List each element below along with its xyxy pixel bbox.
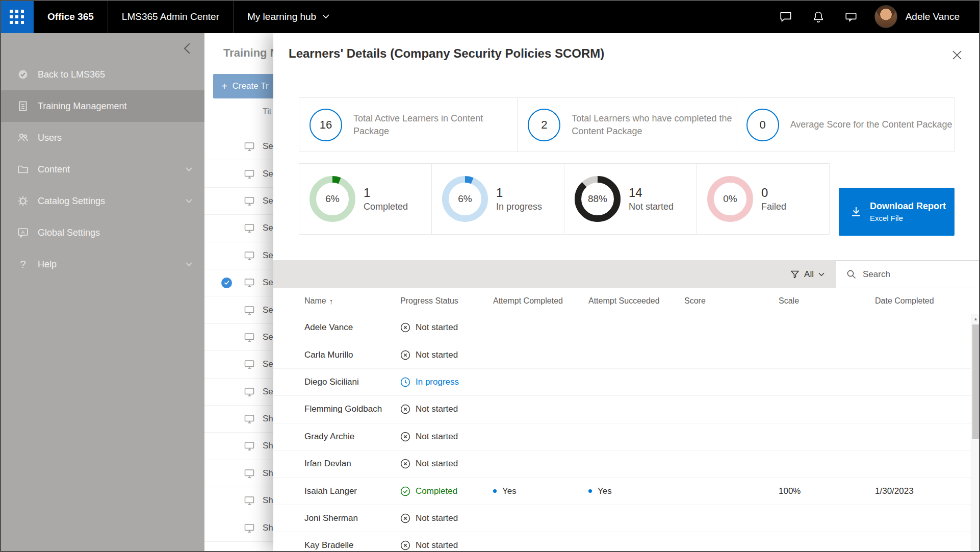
learner-name: Flemming Goldbach — [304, 404, 400, 414]
search-box — [836, 260, 980, 288]
scrollbar-thumb[interactable] — [972, 324, 979, 439]
filter-dropdown-label: All — [804, 269, 814, 280]
progress-status-cell: Not started — [400, 404, 493, 414]
user-name: Adele Vance — [906, 11, 960, 22]
chevron-down-icon — [186, 167, 192, 171]
scale-cell: 100% — [779, 486, 875, 496]
sidebar-item-help[interactable]: ? Help — [0, 248, 204, 280]
notifications-button[interactable] — [802, 0, 835, 33]
chat-button[interactable] — [769, 0, 802, 33]
donut-percent: 6% — [310, 176, 355, 222]
stat-label: Total Learners who have completed the Co… — [572, 112, 735, 137]
monitor-icon — [244, 413, 255, 424]
vertical-scrollbar[interactable]: ▲ — [971, 314, 980, 552]
column-header-date-completed[interactable]: Date Completed — [875, 296, 971, 306]
monitor-icon — [244, 386, 255, 397]
status-text: Not started — [416, 459, 458, 469]
monitor-icon — [244, 141, 255, 152]
progress-status-cell: Not started — [400, 459, 493, 469]
hub-menu[interactable]: My learning hub — [234, 0, 343, 33]
clipboard-icon — [17, 100, 29, 112]
status-text: Not started — [416, 432, 458, 442]
table-row[interactable]: Kay Bradelle Not started — [273, 532, 971, 552]
monitor-icon — [244, 522, 255, 534]
column-header-score[interactable]: Score — [684, 296, 779, 306]
table-row[interactable]: Flemming Goldbach Not started — [273, 396, 971, 423]
learner-name: Joni Sherman — [304, 513, 400, 523]
sort-ascending-icon: ↑ — [329, 297, 333, 306]
download-button-subtitle: Excel File — [870, 214, 946, 222]
attempt-completed-cell: Yes — [493, 486, 588, 496]
stat-value: 2 — [528, 109, 560, 141]
stat-value: 0 — [746, 109, 779, 141]
status-icon — [400, 350, 410, 360]
yes-dot — [493, 489, 497, 493]
progress-status-cell: Completed — [400, 486, 493, 496]
monitor-icon — [244, 277, 255, 288]
table-row[interactable]: Irfan Devlan Not started — [273, 450, 971, 478]
column-header-progress-status[interactable]: Progress Status — [400, 296, 493, 306]
monitor-icon — [244, 468, 255, 479]
table-row[interactable]: Diego Siciliani In progress — [273, 369, 971, 396]
table-row[interactable]: Adele Vance Not started — [273, 314, 971, 341]
sidebar-collapse-button[interactable] — [180, 41, 194, 56]
monitor-icon — [244, 440, 255, 451]
sidebar-item-training-management[interactable]: Training Management — [0, 90, 204, 122]
avatar[interactable] — [874, 5, 897, 28]
close-button[interactable] — [949, 47, 965, 63]
chevron-down-icon — [186, 262, 192, 266]
feedback-button[interactable] — [835, 0, 867, 33]
date-completed-cell: 1/30/2023 — [875, 486, 971, 496]
table-row[interactable]: Grady Archie Not started — [273, 423, 971, 450]
column-header-attempt-succeeded[interactable]: Attempt Succeeded — [588, 296, 684, 306]
monitor-icon — [244, 549, 255, 552]
table-row[interactable]: Isaiah Langer Completed Yes Yes 100% 1/3… — [273, 478, 971, 505]
background-column-header: Tit — [263, 107, 271, 116]
sidebar: Back to LMS365 Training Management Users… — [0, 33, 204, 552]
column-header-name[interactable]: Name ↑ — [304, 296, 400, 306]
learner-name: Kay Bradelle — [304, 540, 400, 550]
column-header-scale[interactable]: Scale — [779, 296, 875, 306]
donut-percent: 6% — [442, 176, 488, 222]
admin-center-link[interactable]: LMS365 Admin Center — [108, 0, 233, 33]
sidebar-item-users[interactable]: Users — [0, 122, 204, 154]
table-row[interactable]: Joni Sherman Not started — [273, 505, 971, 532]
table-row[interactable]: Carla Murillo Not started — [273, 341, 971, 368]
donut-card-completed: 6% 1 Completed — [299, 163, 432, 235]
download-button-title: Download Report — [870, 201, 946, 212]
sidebar-item-catalog-settings[interactable]: Catalog Settings — [0, 185, 204, 217]
sidebar-item-label: Back to LMS365 — [38, 69, 105, 80]
learner-name: Grady Archie — [304, 432, 400, 442]
language-icon: A — [17, 227, 29, 239]
chevron-left-icon — [183, 43, 191, 54]
learner-name: Isaiah Langer — [304, 486, 400, 496]
download-report-button[interactable]: Download Report Excel File — [839, 188, 955, 236]
people-icon — [17, 132, 29, 144]
sidebar-item-content[interactable]: Content — [0, 154, 204, 185]
stat-card-active-learners: 16 Total Active Learners in Content Pack… — [299, 97, 518, 152]
sidebar-item-global-settings[interactable]: A Global Settings — [0, 217, 204, 248]
office-365-link[interactable]: Office 365 — [34, 0, 108, 33]
gear-icon — [17, 195, 29, 207]
status-text: In progress — [416, 377, 459, 387]
status-text: Not started — [416, 540, 458, 550]
column-header-attempt-completed[interactable]: Attempt Completed — [493, 296, 588, 306]
donut-label: Not started — [629, 202, 674, 212]
plus-icon: + — [221, 81, 227, 92]
sidebar-item-back-to-lms365[interactable]: Back to LMS365 — [0, 59, 204, 90]
donut-label: In progress — [496, 202, 542, 212]
sidebar-item-label: Help — [38, 259, 57, 270]
stat-card-average-score: 0 Average Score for the Content Package — [736, 97, 955, 152]
close-icon — [952, 50, 962, 60]
bell-icon — [812, 10, 825, 23]
top-bar: Office 365 LMS365 Admin Center My learni… — [0, 0, 980, 33]
search-input[interactable] — [863, 261, 979, 288]
status-icon — [400, 513, 410, 523]
app-launcher-button[interactable] — [0, 0, 34, 33]
filter-dropdown[interactable]: All — [786, 266, 829, 283]
scroll-up-arrow-icon[interactable]: ▲ — [971, 314, 980, 323]
sidebar-item-label: Training Management — [38, 101, 126, 112]
status-icon — [400, 432, 410, 442]
donut-value: 14 — [629, 186, 674, 200]
feedback-icon — [844, 10, 858, 23]
